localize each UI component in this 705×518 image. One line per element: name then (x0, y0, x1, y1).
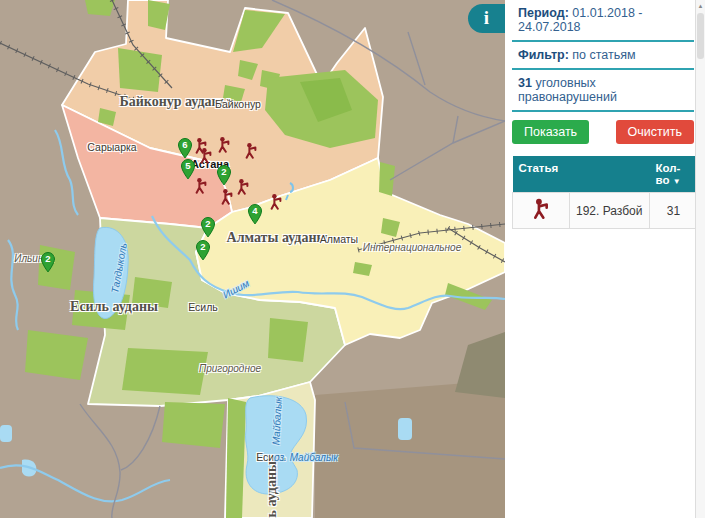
scrollbar-thumb[interactable] (697, 13, 704, 59)
scrollbar-up-icon[interactable]: ▲ (696, 0, 705, 9)
panel-scrollbar[interactable]: ▲ (695, 0, 705, 518)
crime-marker-icon[interactable] (194, 178, 208, 194)
map-overlay: Байконур ауданыАлматы ауданыЕсиль ауданы… (0, 0, 505, 518)
cluster-pin[interactable]: 5 (180, 158, 196, 180)
count-text: уголовных правонарушений (518, 76, 617, 104)
crime-marker-icon[interactable] (269, 194, 283, 210)
map-label-water: Майбалык (270, 397, 284, 446)
cluster-pin-count: 4 (247, 205, 263, 216)
buttons-row: Показать Очистить (512, 120, 694, 144)
article-name: 192. Разбой (570, 193, 650, 229)
crime-map-app: Байконур ауданыАлматы ауданыЕсиль ауданы… (0, 0, 705, 518)
map-label-city: Алматы (320, 233, 358, 245)
cluster-pin[interactable]: 2 (40, 251, 56, 273)
map-label-city: Сарыарка (87, 141, 136, 153)
filter-label: Фильтр: (518, 48, 569, 62)
info-button[interactable]: i (468, 4, 505, 33)
map-label-district: Байконур ауданы (119, 94, 230, 110)
map-canvas[interactable]: Байконур ауданыАлматы ауданыЕсиль ауданы… (0, 0, 505, 518)
map-label-water: Ишим (221, 278, 251, 301)
map-label-village: Интернациональное (363, 242, 462, 253)
period-label: Период: (518, 6, 569, 20)
cluster-pin-count: 5 (180, 160, 196, 171)
cluster-pin-count: 2 (216, 166, 232, 177)
cluster-pin[interactable]: 2 (216, 164, 232, 186)
filter-row: Фильтр: по статьям (512, 42, 694, 70)
cluster-pin[interactable]: 6 (177, 137, 193, 159)
robber-icon (532, 198, 550, 220)
map-label-water: оз. Майбалык (274, 452, 338, 463)
cluster-pin[interactable]: 2 (195, 239, 211, 261)
map-label-district: Есиль ауданы (70, 299, 158, 315)
map-label-district: Алматы ауданы (227, 230, 328, 246)
crimes-table: Статья Кол-во ▼ 192. Разбой 31 (512, 156, 698, 229)
crime-marker-icon[interactable] (199, 148, 213, 164)
crimes-table-header: Статья Кол-во ▼ (513, 156, 698, 193)
map-label-city: Байконур (215, 98, 261, 110)
map-label-city: Есиль (188, 301, 218, 313)
clear-button[interactable]: Очистить (616, 120, 694, 144)
cluster-pin-count: 2 (40, 253, 56, 264)
table-row[interactable]: 192. Разбой 31 (513, 193, 698, 229)
count-row: 31 уголовных правонарушений (512, 70, 694, 112)
map-label-district: Есиль ауданы (264, 461, 280, 518)
cluster-pin[interactable]: 2 (200, 216, 216, 238)
article-count: 31 (650, 193, 698, 229)
filter-panel: Период: 01.01.2018 - 24.07.2018 Фильтр: … (505, 0, 705, 518)
sort-desc-icon: ▼ (673, 177, 681, 186)
crime-marker-icon[interactable] (217, 137, 231, 153)
column-article[interactable]: Статья (513, 156, 650, 193)
cluster-pin-count: 2 (195, 241, 211, 252)
show-button[interactable]: Показать (512, 120, 589, 144)
period-row: Период: 01.01.2018 - 24.07.2018 (512, 0, 694, 42)
column-count[interactable]: Кол-во ▼ (650, 156, 698, 193)
cluster-pin-count: 2 (200, 218, 216, 229)
map-label-village: Пригородное (199, 363, 261, 374)
cluster-pin[interactable]: 4 (247, 203, 263, 225)
count-value: 31 (518, 76, 532, 90)
filter-value[interactable]: по статьям (572, 48, 635, 62)
map-label-water: Талдыколь (109, 242, 129, 294)
cluster-pin-count: 6 (177, 139, 193, 150)
crime-type-icon-cell (513, 193, 570, 229)
crime-marker-icon[interactable] (236, 179, 250, 195)
crime-marker-icon[interactable] (220, 189, 234, 205)
crime-marker-icon[interactable] (244, 143, 258, 159)
